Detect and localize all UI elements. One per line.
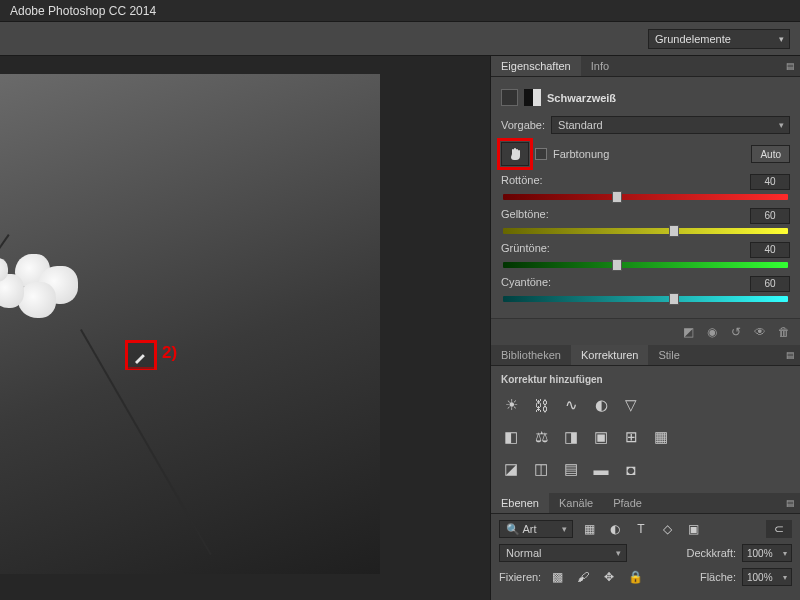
reds-value[interactable]: 40	[750, 174, 790, 190]
filter-smart-icon[interactable]: ▣	[683, 520, 703, 538]
slider-greens: Grüntöne: 40	[501, 242, 790, 268]
reds-label: Rottöne:	[501, 174, 543, 190]
curves-icon[interactable]: ∿	[561, 395, 581, 415]
tab-libraries[interactable]: Bibliotheken	[491, 345, 571, 365]
workspace-label: Grundelemente	[655, 33, 731, 45]
adjustment-layer-icon	[501, 89, 518, 106]
filter-adjustment-icon[interactable]: ◐	[605, 520, 625, 538]
tab-properties[interactable]: Eigenschaften	[491, 56, 581, 76]
greens-label: Grüntöne:	[501, 242, 550, 258]
lock-transparency-icon[interactable]: ▩	[547, 568, 567, 586]
flower-cluster	[0, 244, 90, 334]
lock-position-icon[interactable]: ✥	[599, 568, 619, 586]
filter-pixel-icon[interactable]: ▦	[579, 520, 599, 538]
brightness-contrast-icon[interactable]: ☀	[501, 395, 521, 415]
adjustments-tabs: Bibliotheken Korrekturen Stile ▤	[491, 345, 800, 366]
opacity-input[interactable]: 100%	[742, 544, 792, 562]
tab-channels[interactable]: Kanäle	[549, 493, 603, 513]
yellows-value[interactable]: 60	[750, 208, 790, 224]
filter-type-icon[interactable]: T	[631, 520, 651, 538]
levels-icon[interactable]: ⛓	[531, 395, 551, 415]
panel-flyout-icon[interactable]: ▤	[780, 56, 800, 76]
properties-tabs: Eigenschaften Info ▤	[491, 56, 800, 77]
visibility-icon[interactable]: 👁	[752, 325, 768, 339]
app-title: Adobe Photoshop CC 2014	[10, 4, 156, 18]
posterize-icon[interactable]: ◫	[531, 459, 551, 479]
threshold-icon[interactable]: ▤	[561, 459, 581, 479]
slider-cyans: Cyantöne: 60	[501, 276, 790, 302]
tab-info[interactable]: Info	[581, 56, 619, 76]
panel-flyout-icon[interactable]: ▤	[780, 493, 800, 513]
properties-panel: Schwarzweiß Vorgabe: Standard 1)	[491, 77, 800, 318]
bw-adjust-icon[interactable]: ◨	[561, 427, 581, 447]
color-lookup-icon[interactable]: ▦	[651, 427, 671, 447]
annotation-label-2: 2)	[162, 343, 177, 363]
preset-label: Vorgabe:	[501, 119, 545, 131]
reds-slider-track[interactable]	[503, 194, 788, 200]
gradient-map-icon[interactable]: ▬	[591, 459, 611, 479]
content-area: 2) Eigenschaften Info ▤ Schwarzweiß Vorg…	[0, 56, 800, 600]
photo-filter-icon[interactable]: ▣	[591, 427, 611, 447]
image-bw-flower	[0, 74, 380, 574]
app-window: Adobe Photoshop CC 2014 Grundelemente	[0, 0, 800, 600]
lock-all-icon[interactable]: 🔒	[625, 568, 645, 586]
filter-shape-icon[interactable]: ◇	[657, 520, 677, 538]
cyans-slider-track[interactable]	[503, 296, 788, 302]
fill-input[interactable]: 100%	[742, 568, 792, 586]
reset-icon[interactable]: ↺	[728, 325, 744, 339]
adjustments-panel: Korrektur hinzufügen ☀ ⛓ ∿ ◐ ▽ ◧ ⚖ ◨ ▣ ⊞…	[491, 366, 800, 493]
tint-checkbox[interactable]	[535, 148, 547, 160]
exposure-icon[interactable]: ◐	[591, 395, 611, 415]
tab-adjustments[interactable]: Korrekturen	[571, 345, 648, 365]
tab-paths[interactable]: Pfade	[603, 493, 652, 513]
trash-icon[interactable]: 🗑	[776, 325, 792, 339]
annotation-box-1	[497, 138, 533, 170]
options-bar: Grundelemente	[0, 22, 800, 56]
slider-reds: Rottöne: 40	[501, 174, 790, 200]
panel-flyout-icon[interactable]: ▤	[780, 345, 800, 365]
lock-label: Fixieren:	[499, 571, 541, 583]
view-previous-icon[interactable]: ◉	[704, 325, 720, 339]
color-balance-icon[interactable]: ⚖	[531, 427, 551, 447]
layers-panel: 🔍 Art ▦ ◐ T ◇ ▣ ⊂ Normal Deckkraft: 100%	[491, 514, 800, 592]
yellows-slider-track[interactable]	[503, 228, 788, 234]
hue-saturation-icon[interactable]: ◧	[501, 427, 521, 447]
channel-mixer-icon[interactable]: ⊞	[621, 427, 641, 447]
tint-label: Farbtonung	[553, 148, 609, 160]
fill-label: Fläche:	[700, 571, 736, 583]
cyans-value[interactable]: 60	[750, 276, 790, 292]
document-canvas[interactable]: 2)	[0, 56, 490, 600]
clip-to-layer-icon[interactable]: ◩	[680, 325, 696, 339]
slider-yellows: Gelbtöne: 60	[501, 208, 790, 234]
filter-toggle-switch[interactable]: ⊂	[766, 520, 792, 538]
bw-icon	[524, 89, 541, 106]
layers-tabs: Ebenen Kanäle Pfade ▤	[491, 493, 800, 514]
cyans-label: Cyantöne:	[501, 276, 551, 292]
greens-slider-thumb[interactable]	[612, 259, 622, 271]
blend-mode-select[interactable]: Normal	[499, 544, 627, 562]
adjustments-header: Korrektur hinzufügen	[501, 374, 790, 385]
yellows-label: Gelbtöne:	[501, 208, 549, 224]
layer-filter-select[interactable]: 🔍 Art	[499, 520, 573, 538]
workspace-switcher[interactable]: Grundelemente	[648, 29, 790, 49]
adjustment-name: Schwarzweiß	[547, 92, 616, 104]
selective-color-icon[interactable]: ◘	[621, 459, 641, 479]
properties-footer: ◩ ◉ ↺ 👁 🗑	[491, 318, 800, 345]
opacity-label: Deckkraft:	[686, 547, 736, 559]
auto-button[interactable]: Auto	[751, 145, 790, 163]
panels-column: Eigenschaften Info ▤ Schwarzweiß Vorgabe…	[490, 56, 800, 600]
yellows-slider-thumb[interactable]	[669, 225, 679, 237]
greens-value[interactable]: 40	[750, 242, 790, 258]
greens-slider-track[interactable]	[503, 262, 788, 268]
tab-layers[interactable]: Ebenen	[491, 493, 549, 513]
invert-icon[interactable]: ◪	[501, 459, 521, 479]
vibrance-icon[interactable]: ▽	[621, 395, 641, 415]
titlebar: Adobe Photoshop CC 2014	[0, 0, 800, 22]
tab-styles[interactable]: Stile	[648, 345, 689, 365]
preset-select[interactable]: Standard	[551, 116, 790, 134]
cyans-slider-thumb[interactable]	[669, 293, 679, 305]
reds-slider-thumb[interactable]	[612, 191, 622, 203]
lock-pixels-icon[interactable]: 🖌	[573, 568, 593, 586]
eyedropper-cursor-icon	[128, 343, 154, 369]
